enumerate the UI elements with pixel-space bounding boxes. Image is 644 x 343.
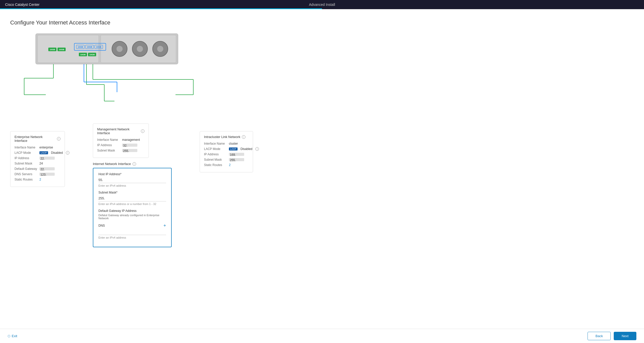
intracluster-routes-row: Static Routes 2 (204, 163, 249, 167)
dns-label: DNS (98, 224, 105, 227)
intracluster-ip-row: IP Address 169. (204, 153, 249, 156)
next-button[interactable]: Next (614, 332, 636, 340)
management-interface-name-row: Interface Name management (97, 138, 144, 142)
enterprise-subnet-row: Subnet Mask 24 (14, 162, 61, 165)
dns-field: DNS + Enter an IPv4 address (98, 223, 166, 239)
gateway-note: Defalut Gateway already configured in En… (98, 214, 166, 220)
svg-text:10GB: 10GB (80, 53, 86, 56)
management-title: Management Network Interface i (97, 127, 144, 135)
enterprise-interface-panel: Enterprise Network Interface i Interface… (10, 131, 65, 187)
gateway-label: Default Gateway IP Address (98, 209, 166, 213)
footer: ⬡ Exit Back Next (0, 329, 644, 343)
internet-interface-panel: Host IP Address* Enter an IPv4 address S… (93, 168, 172, 247)
internet-interface-section: Internet Network Interface i Host IP Add… (93, 162, 172, 247)
enterprise-info-icon[interactable]: i (57, 137, 61, 141)
dns-hint: Enter an IPv4 address (98, 236, 166, 239)
internet-info-icon[interactable]: i (133, 162, 136, 166)
enterprise-routes-row: Static Routes 2 (14, 178, 61, 181)
enterprise-ip-row: IP Address 22. (14, 156, 61, 160)
host-ip-input[interactable] (98, 177, 166, 183)
internet-title: Internet Network Interface i (93, 162, 172, 166)
svg-text:10GB: 10GB (78, 46, 83, 48)
management-ip-row: IP Address 32. (97, 143, 144, 147)
progress-bar (0, 8, 322, 9)
intracluster-info-icon[interactable]: i (242, 135, 245, 139)
management-subnet-row: Subnet Mask 255. (97, 149, 144, 152)
svg-text:10GB: 10GB (59, 48, 64, 51)
enterprise-gateway-row: Default Gateway 22. (14, 167, 61, 171)
back-button[interactable]: Back (588, 332, 611, 340)
intracluster-lacp-row: LACP Mode LACP Disabled i (204, 147, 249, 151)
intracluster-interface-panel: Intracluster Link Network i Interface Na… (200, 131, 253, 172)
svg-text:10GB: 10GB (90, 53, 95, 56)
svg-text:10GB: 10GB (50, 48, 55, 51)
host-ip-label: Host IP Address* (98, 172, 166, 176)
network-diagram-svg: 10GB 10GB 10GB 10GB 10GB 10GB 10GB (10, 34, 239, 113)
host-ip-hint: Enter an IPv4 address (98, 184, 166, 187)
page-subtitle: Advanced Install (309, 3, 335, 7)
add-dns-button[interactable]: + (163, 223, 166, 228)
management-info-icon[interactable]: i (141, 129, 144, 133)
enterprise-lacp-row: LACP Mode LACP Disabled i (14, 151, 61, 155)
svg-text:10GB: 10GB (96, 46, 101, 48)
main-content: Configure Your Internet Access Interface (0, 9, 644, 343)
header: Cisco Catalyst Center Advanced Install (0, 0, 644, 9)
enterprise-interface-name-row: Interface Name enterprise (14, 146, 61, 149)
svg-point-8 (157, 46, 163, 52)
dns-input[interactable] (98, 229, 166, 235)
subnet-mask-field: Subnet Mask* Enter an IPv4 address or a … (98, 191, 166, 205)
management-interface-panel: Management Network Interface i Interface… (93, 124, 149, 158)
intracluster-lacp-info-icon[interactable]: i (255, 147, 259, 151)
svg-point-4 (116, 46, 123, 52)
subnet-mask-hint: Enter an IPv4 address or a number from 1… (98, 202, 166, 205)
footer-buttons: Back Next (588, 332, 636, 340)
subnet-mask-label: Subnet Mask* (98, 191, 166, 194)
hardware-diagram-section: 10GB 10GB 10GB 10GB 10GB 10GB 10GB (10, 34, 634, 247)
app-logo: Cisco Catalyst Center (5, 3, 39, 7)
gateway-field: Default Gateway IP Address Defalut Gatew… (98, 209, 166, 220)
enterprise-title: Enterprise Network Interface i (14, 135, 61, 143)
page-title: Configure Your Internet Access Interface (10, 19, 634, 26)
enterprise-dns-row: DNS Servers 123. (14, 172, 61, 176)
svg-point-6 (137, 46, 143, 52)
dns-row: DNS + (98, 223, 166, 228)
subnet-mask-input[interactable] (98, 195, 166, 201)
lacp-info-icon[interactable]: i (66, 151, 69, 155)
svg-text:10GB: 10GB (87, 46, 92, 48)
exit-icon: ⬡ (8, 334, 10, 338)
intracluster-routes-link[interactable]: 2 (229, 163, 231, 167)
exit-button[interactable]: ⬡ Exit (8, 334, 17, 338)
enterprise-routes-link[interactable]: 2 (39, 178, 41, 181)
svg-rect-1 (38, 35, 99, 63)
intracluster-title: Intracluster Link Network i (204, 135, 249, 139)
intracluster-subnet-row: Subnet Mask 255. (204, 158, 249, 161)
interfaces-section: Enterprise Network Interface i Interface… (10, 98, 239, 247)
intracluster-interface-name-row: Interface Name cluster (204, 142, 249, 145)
host-ip-field: Host IP Address* Enter an IPv4 address (98, 172, 166, 187)
